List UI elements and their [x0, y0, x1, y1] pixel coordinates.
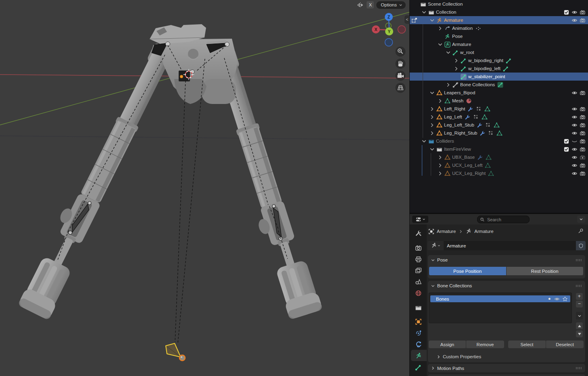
outliner-item-label[interactable]: Collection [436, 10, 457, 15]
tab-collection[interactable] [410, 302, 427, 313]
motion-paths-title[interactable]: Motion Paths [437, 366, 464, 371]
camera-icon[interactable] [580, 90, 586, 96]
outliner-row-leg-left[interactable]: Leg_Left [410, 113, 588, 121]
tab-physics[interactable] [410, 327, 427, 339]
chevron-down-icon[interactable] [421, 9, 427, 15]
outliner-item-label[interactable]: Mesh [452, 98, 463, 103]
chevron-right-icon[interactable] [437, 98, 443, 104]
tab-bone[interactable] [410, 361, 427, 373]
checkbox-icon[interactable] [563, 146, 569, 152]
tab-render[interactable] [410, 242, 427, 253]
outliner-row-animation[interactable]: Animation [410, 24, 588, 32]
editor-type-button[interactable] [412, 216, 428, 223]
rest-position-button[interactable]: Rest Position [507, 267, 584, 275]
outliner-item-label[interactable]: UCX_Leg_Right [452, 171, 486, 176]
outliner-row-armature[interactable]: Armature [410, 16, 588, 24]
outliner-row-itemfireview[interactable]: ItemFireView [410, 145, 588, 153]
gizmo-axis-neg-z[interactable] [385, 39, 393, 46]
remove-collection-button[interactable]: − [576, 301, 583, 307]
camera-icon[interactable] [580, 170, 586, 177]
eye-icon[interactable] [571, 114, 578, 120]
tab-object-data[interactable] [411, 350, 427, 361]
eye-icon[interactable] [571, 122, 578, 128]
remove-button[interactable]: Remove [466, 341, 504, 348]
outliner-item-label[interactable]: Armature [452, 42, 471, 47]
camera-icon[interactable] [580, 9, 586, 15]
eye-icon[interactable] [571, 17, 578, 23]
camera-icon[interactable] [580, 146, 586, 152]
chevron-right-icon[interactable] [445, 82, 451, 88]
move-collection-down-button[interactable] [576, 330, 583, 337]
pan-hand-button[interactable] [396, 59, 406, 69]
viewport-3d[interactable]: X Z Y [0, 0, 410, 376]
outliner-item-label[interactable]: Scene Collection [428, 2, 463, 6]
properties-search[interactable] [477, 216, 530, 223]
x-mirror-icon[interactable] [357, 1, 364, 9]
camera-icon[interactable] [580, 106, 586, 112]
tab-world[interactable] [410, 287, 427, 299]
deselect-button[interactable]: Deselect [546, 341, 584, 348]
fake-user-shield-button[interactable] [576, 241, 586, 250]
chevron-right-icon[interactable] [429, 122, 435, 128]
zoom-button[interactable] [396, 47, 406, 57]
chevron-right-icon[interactable] [453, 58, 459, 64]
chevron-down-icon[interactable] [445, 50, 451, 56]
search-input[interactable] [486, 217, 520, 222]
chevron-down-icon[interactable] [437, 42, 443, 48]
orthographic-toggle-button[interactable] [396, 83, 406, 93]
outliner-item-label[interactable]: w_bipodleg_left [468, 66, 500, 71]
camera-icon[interactable] [580, 122, 586, 128]
chevron-right-icon[interactable] [429, 106, 435, 112]
tab-constraints[interactable] [410, 339, 427, 350]
tab-scene[interactable] [410, 276, 427, 287]
tab-object[interactable] [410, 316, 427, 327]
outliner-item-label[interactable]: UCX_Leg_Left [452, 163, 482, 168]
chevron-down-icon[interactable] [429, 17, 435, 23]
custom-properties-subpanel[interactable]: Custom Properties [436, 353, 481, 360]
camera-view-button[interactable] [396, 71, 406, 81]
outliner-row-colliders[interactable]: Colliders [410, 137, 588, 145]
add-collection-button[interactable]: + [576, 293, 583, 300]
checkbox-icon[interactable] [563, 138, 569, 144]
star-icon[interactable] [562, 296, 568, 302]
outliner-item-label[interactable]: Leg_Right_Stub [444, 131, 477, 135]
chevron-down-icon[interactable] [430, 283, 436, 289]
outliner-item-label[interactable]: Left_Right [444, 106, 465, 111]
chevron-right-icon[interactable] [429, 114, 435, 120]
armature-name-field[interactable] [444, 241, 576, 250]
outliner-row-w-stabilizer-point[interactable]: w_stabilizer_point [410, 73, 588, 81]
checkbox-icon[interactable] [563, 9, 569, 15]
outliner-row-w-bipodleg-left[interactable]: w_bipodleg_left [410, 64, 588, 73]
chevron-right-icon[interactable] [429, 130, 435, 136]
chevron-down-icon[interactable] [430, 258, 436, 263]
tab-output[interactable] [410, 253, 427, 265]
assign-button[interactable]: Assign [429, 341, 466, 348]
chevron-right-icon[interactable] [437, 162, 443, 168]
panel-drag-dots[interactable] [575, 259, 582, 262]
gizmo-axis-neg-x[interactable] [398, 26, 406, 33]
options-dropdown[interactable]: Options [376, 1, 406, 9]
camera-disabled-icon[interactable] [580, 154, 586, 160]
camera-icon[interactable] [580, 114, 586, 120]
eye-icon[interactable] [571, 106, 578, 112]
outliner-item-label[interactable]: w_stabilizer_point [468, 74, 505, 79]
select-button[interactable]: Select [508, 341, 546, 348]
move-collection-up-button[interactable] [576, 322, 583, 329]
outliner-row-ubx-base[interactable]: UBX_Base [410, 153, 588, 161]
outliner-row-ucx-leg-left[interactable]: UCX_Leg_Left [410, 161, 588, 169]
panel-drag-dots[interactable] [575, 285, 582, 287]
pose-panel-title[interactable]: Pose [437, 258, 448, 262]
eye-icon[interactable] [571, 146, 578, 152]
eye-icon[interactable] [571, 130, 578, 136]
outliner-item-label[interactable]: Pose [452, 34, 463, 39]
bone-collection-item[interactable]: Bones [430, 295, 570, 302]
solo-dot-icon[interactable] [548, 298, 550, 300]
camera-icon[interactable] [580, 17, 586, 23]
eye-icon[interactable] [571, 90, 578, 96]
outliner-item-label[interactable]: ItemFireView [444, 147, 471, 152]
outliner-item-label[interactable]: w_root [460, 50, 474, 55]
collection-specials-button[interactable] [576, 312, 583, 320]
eye-closed-icon[interactable] [571, 138, 578, 144]
eye-icon[interactable] [571, 154, 578, 160]
outliner-row-left-right[interactable]: Left_Right [410, 105, 588, 113]
